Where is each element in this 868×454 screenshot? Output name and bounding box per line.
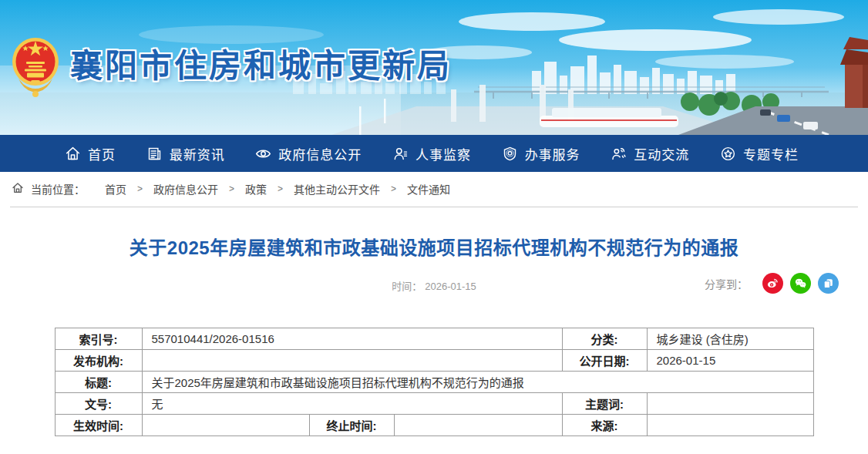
national-emblem: [11, 34, 60, 99]
share-label: 分享到：: [705, 276, 748, 291]
keywords-label: 主题词:: [562, 393, 647, 415]
pubdate-value: 2026-01-15: [647, 350, 813, 372]
nav-item-services[interactable]: 办事服务: [502, 144, 580, 163]
breadcrumb-label: 当前位置：: [31, 181, 85, 197]
agency-value: [142, 350, 562, 372]
breadcrumb-item-info-disclosure[interactable]: 政府信息公开: [153, 181, 218, 197]
wechat-icon: [794, 277, 807, 290]
news-icon: [146, 146, 163, 162]
share-weibo-button[interactable]: [762, 273, 783, 294]
breadcrumb-item-home[interactable]: 首页: [105, 181, 126, 197]
index-number-value: 557010441/2026-01516: [142, 328, 562, 350]
expiry-date-value: [394, 415, 562, 436]
home-icon: [65, 146, 81, 162]
share-copy-button[interactable]: [818, 273, 839, 294]
expiry-date-label: 终止时间:: [309, 415, 394, 436]
home-icon: [12, 182, 31, 197]
nav-item-label: 互动交流: [634, 144, 689, 163]
person-icon: [392, 146, 409, 162]
star-icon: [720, 146, 736, 162]
nav-item-interaction[interactable]: 互动交流: [611, 144, 689, 163]
nav-item-label: 办事服务: [525, 144, 580, 163]
nav-item-label: 人事监察: [415, 144, 471, 163]
source-value: [647, 415, 813, 436]
table-row: 生效时间: 终止时间: 来源:: [55, 415, 813, 436]
article-meta: 时间：2026-01-15 分享到：: [0, 272, 868, 295]
nav-item-news[interactable]: 最新资讯: [146, 144, 225, 163]
site-title: 襄阳市住房和城市更新局: [70, 49, 452, 84]
time-label: 时间：: [392, 281, 422, 292]
nav-item-label: 专题专栏: [743, 144, 799, 163]
breadcrumb: 当前位置： 首页 > 政府信息公开 > 政策 > 其他主动公开文件 > 文件通知: [10, 172, 858, 207]
docno-label: 文号:: [55, 393, 142, 415]
site-banner: 襄阳市住房和城市更新局: [0, 0, 868, 135]
category-label: 分类:: [562, 328, 647, 350]
breadcrumb-item-document-notice[interactable]: 文件通知: [407, 181, 450, 197]
share-bar: 分享到：: [705, 273, 839, 294]
document-info-table: 索引号: 557010441/2026-01516 分类: 城乡建设 (含住房)…: [55, 328, 814, 436]
breadcrumb-separator: >: [229, 183, 234, 194]
breadcrumb-item-other-public-docs[interactable]: 其他主动公开文件: [294, 181, 380, 197]
nav-item-label: 政府信息公开: [278, 144, 362, 163]
breadcrumb-item-policy[interactable]: 政策: [245, 181, 267, 197]
time-value: 2026-01-15: [425, 281, 476, 292]
table-row: 索引号: 557010441/2026-01516 分类: 城乡建设 (含住房): [55, 328, 813, 350]
table-row: 文号: 无 主题词:: [55, 393, 813, 415]
breadcrumb-separator: >: [137, 183, 143, 194]
nav-item-personnel[interactable]: 人事监察: [392, 144, 471, 163]
category-value: 城乡建设 (含住房): [647, 328, 813, 350]
copy-icon: [822, 277, 835, 290]
effective-date-label: 生效时间:: [55, 415, 142, 436]
nav-item-label: 首页: [88, 144, 116, 163]
breadcrumb-separator: >: [278, 183, 283, 194]
nav-item-home[interactable]: 首页: [65, 144, 116, 163]
badge-icon: [502, 146, 518, 162]
nav-item-label: 最新资讯: [170, 144, 225, 163]
page: 襄阳市住房和城市更新局 首页 最新资讯 政府信息公开 人事监察 办事服务 互动交…: [0, 0, 868, 454]
table-row: 标题: 关于2025年房屋建筑和市政基础设施项目招标代理机构不规范行为的通报: [55, 372, 813, 393]
share-wechat-button[interactable]: [790, 273, 811, 294]
table-row: 发布机构: 公开日期: 2026-01-15: [55, 350, 813, 372]
keywords-value: [647, 393, 813, 415]
nav-item-info-disclosure[interactable]: 政府信息公开: [255, 144, 362, 163]
article-title: 关于2025年房屋建筑和市政基础设施项目招标代理机构不规范行为的通报: [31, 233, 837, 260]
source-label: 来源:: [562, 415, 647, 436]
chat-icon: [611, 146, 627, 162]
title-label: 标题:: [55, 372, 142, 393]
index-number-label: 索引号:: [55, 328, 142, 350]
breadcrumb-separator: >: [391, 183, 396, 194]
pubdate-label: 公开日期:: [562, 350, 647, 372]
effective-date-value: [142, 415, 309, 436]
docno-value: 无: [142, 393, 562, 415]
title-value: 关于2025年房屋建筑和市政基础设施项目招标代理机构不规范行为的通报: [142, 372, 813, 393]
nav-item-special-columns[interactable]: 专题专栏: [720, 144, 799, 163]
weibo-icon: [766, 277, 779, 290]
main-navbar: 首页 最新资讯 政府信息公开 人事监察 办事服务 互动交流 专题专栏: [0, 135, 868, 172]
eye-icon: [255, 146, 271, 162]
agency-label: 发布机构:: [55, 350, 142, 372]
